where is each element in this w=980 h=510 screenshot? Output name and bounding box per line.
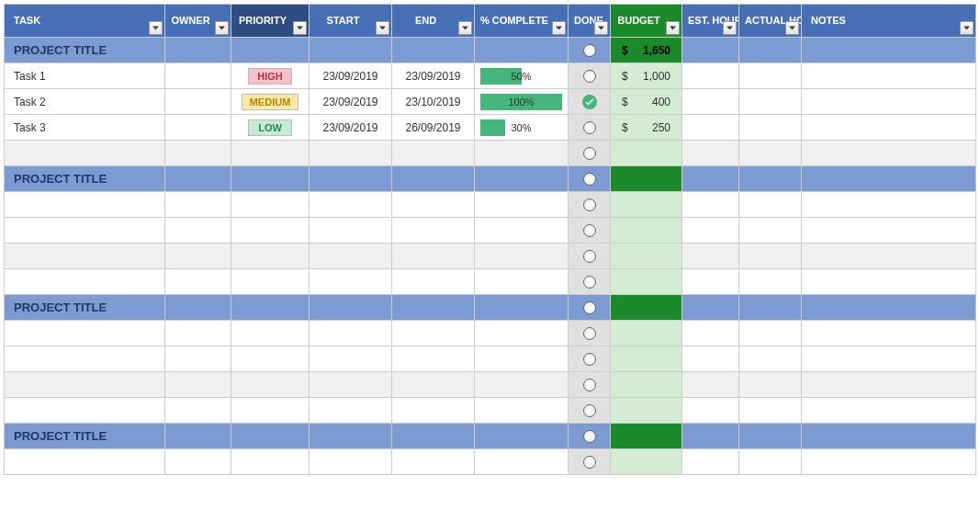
done-unchecked-icon[interactable]: [583, 173, 596, 186]
end-date-cell[interactable]: 26/09/2019: [392, 115, 475, 141]
notes-cell[interactable]: [802, 269, 976, 295]
owner-cell[interactable]: [165, 244, 231, 269]
start-date-cell[interactable]: [310, 269, 392, 295]
start-date-cell[interactable]: 23/09/2019: [310, 63, 392, 89]
est-hours-cell[interactable]: [682, 398, 739, 424]
notes-cell[interactable]: [802, 244, 976, 269]
start-date-cell[interactable]: 23/09/2019: [310, 89, 392, 115]
actual-hours-cell[interactable]: [739, 141, 802, 166]
actual-hours-cell[interactable]: [739, 372, 802, 398]
filter-dropdown-icon[interactable]: [215, 21, 229, 35]
priority-cell[interactable]: MEDIUM: [231, 89, 310, 115]
budget-cell[interactable]: [611, 192, 682, 218]
budget-cell[interactable]: $1,000: [611, 63, 682, 89]
done-unchecked-icon[interactable]: [583, 301, 596, 314]
percent-complete-cell[interactable]: [475, 321, 569, 346]
priority-cell[interactable]: [231, 398, 310, 424]
percent-complete-cell[interactable]: 30%: [475, 115, 569, 141]
est-hours-cell[interactable]: [682, 218, 739, 244]
priority-cell[interactable]: [231, 269, 310, 295]
end-date-cell[interactable]: [392, 398, 475, 424]
done-unchecked-icon[interactable]: [583, 456, 596, 469]
est-hours-cell[interactable]: [682, 449, 739, 475]
budget-cell[interactable]: [611, 372, 682, 398]
done-checked-icon[interactable]: [582, 95, 597, 109]
priority-cell[interactable]: [231, 372, 310, 398]
percent-complete-cell[interactable]: [475, 398, 569, 424]
filter-dropdown-icon[interactable]: [293, 21, 307, 35]
task-name-cell[interactable]: Task 1: [5, 63, 165, 89]
filter-dropdown-icon[interactable]: [594, 21, 608, 35]
done-unchecked-icon[interactable]: [583, 121, 596, 134]
actual-hours-cell[interactable]: [739, 321, 802, 346]
est-hours-cell[interactable]: [682, 192, 739, 218]
end-date-cell[interactable]: [392, 449, 475, 475]
filter-dropdown-icon[interactable]: [723, 21, 737, 35]
actual-hours-cell[interactable]: [739, 63, 802, 89]
percent-complete-cell[interactable]: [475, 218, 569, 244]
task-name-cell[interactable]: [5, 269, 165, 295]
notes-cell[interactable]: [802, 63, 976, 89]
filter-dropdown-icon[interactable]: [376, 21, 389, 35]
budget-cell[interactable]: [611, 218, 682, 244]
end-date-cell[interactable]: [392, 192, 475, 218]
task-name-cell[interactable]: Task 2: [5, 89, 165, 115]
done-unchecked-icon[interactable]: [583, 276, 596, 289]
owner-cell[interactable]: [165, 449, 231, 475]
percent-complete-cell[interactable]: [475, 449, 569, 475]
task-name-cell[interactable]: [5, 321, 165, 346]
notes-cell[interactable]: [802, 321, 976, 346]
owner-cell[interactable]: [165, 321, 231, 346]
done-unchecked-icon[interactable]: [583, 224, 596, 237]
task-name-cell[interactable]: [5, 398, 165, 424]
start-date-cell[interactable]: [310, 321, 392, 346]
percent-complete-cell[interactable]: 100%: [475, 89, 569, 115]
percent-complete-cell[interactable]: [475, 269, 569, 295]
actual-hours-cell[interactable]: [739, 346, 802, 372]
budget-cell[interactable]: [611, 244, 682, 269]
actual-hours-cell[interactable]: [739, 244, 802, 269]
est-hours-cell[interactable]: [682, 372, 739, 398]
percent-complete-cell[interactable]: [475, 141, 569, 166]
owner-cell[interactable]: [165, 141, 231, 166]
owner-cell[interactable]: [165, 89, 231, 115]
notes-cell[interactable]: [802, 141, 976, 166]
budget-cell[interactable]: [611, 346, 682, 372]
notes-cell[interactable]: [802, 218, 976, 244]
start-date-cell[interactable]: [310, 244, 392, 269]
start-date-cell[interactable]: [310, 346, 392, 372]
est-hours-cell[interactable]: [682, 141, 739, 166]
est-hours-cell[interactable]: [682, 63, 739, 89]
start-date-cell[interactable]: 23/09/2019: [310, 115, 392, 141]
start-date-cell[interactable]: [310, 449, 392, 475]
done-unchecked-icon[interactable]: [583, 327, 596, 340]
end-date-cell[interactable]: [392, 244, 475, 269]
est-hours-cell[interactable]: [682, 321, 739, 346]
budget-cell[interactable]: [611, 449, 682, 475]
start-date-cell[interactable]: [310, 372, 392, 398]
done-unchecked-icon[interactable]: [583, 250, 596, 263]
start-date-cell[interactable]: [310, 192, 392, 218]
done-unchecked-icon[interactable]: [583, 353, 596, 366]
filter-dropdown-icon[interactable]: [458, 21, 472, 35]
notes-cell[interactable]: [802, 372, 976, 398]
priority-cell[interactable]: HIGH: [231, 63, 310, 89]
actual-hours-cell[interactable]: [739, 192, 802, 218]
done-unchecked-icon[interactable]: [583, 404, 596, 417]
start-date-cell[interactable]: [310, 398, 392, 424]
budget-cell[interactable]: [611, 141, 682, 166]
start-date-cell[interactable]: [310, 141, 392, 166]
est-hours-cell[interactable]: [682, 115, 739, 141]
end-date-cell[interactable]: [392, 346, 475, 372]
actual-hours-cell[interactable]: [739, 89, 802, 115]
filter-dropdown-icon[interactable]: [785, 21, 799, 35]
owner-cell[interactable]: [165, 269, 231, 295]
owner-cell[interactable]: [165, 63, 231, 89]
actual-hours-cell[interactable]: [739, 115, 802, 141]
priority-cell[interactable]: [231, 449, 310, 475]
owner-cell[interactable]: [165, 398, 231, 424]
est-hours-cell[interactable]: [682, 269, 739, 295]
priority-cell[interactable]: [231, 244, 310, 269]
priority-cell[interactable]: LOW: [231, 115, 310, 141]
start-date-cell[interactable]: [310, 218, 392, 244]
